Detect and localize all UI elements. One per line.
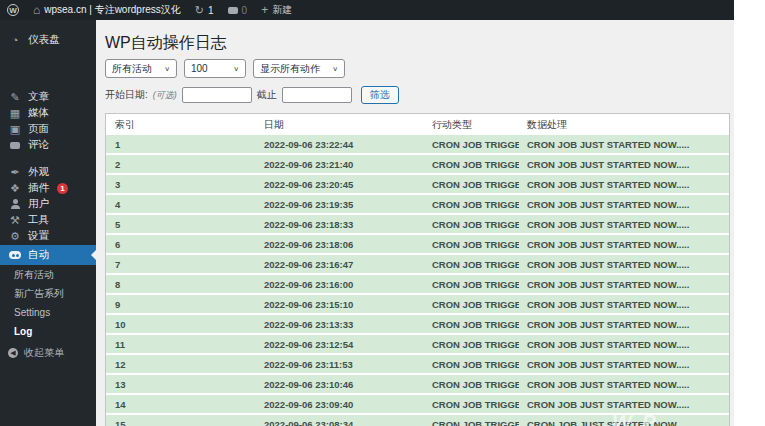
home-icon: ⌂ (33, 5, 40, 15)
data-cell: CRON JOB JUST STARTED NOW..... (519, 239, 729, 250)
optional-label: (可选) (153, 89, 177, 102)
sidebar-item-dashboard[interactable]: ◔仪表盘 (0, 32, 96, 48)
table-row: 32022-09-06 23:20:45CRON JOB TRIGGEREDCR… (106, 175, 729, 193)
sidebar-item-label: 用户 (28, 197, 49, 211)
wordpress-admin-window: W ⌂ wpsea.cn | 专注wordpress汉化 ↻ 1 0 + 新建 … (0, 0, 734, 426)
index-cell: 13 (106, 379, 256, 390)
log-table: 索引日期行动类型数据处理 12022-09-06 23:22:44CRON JO… (105, 113, 730, 426)
data-cell: CRON JOB JUST STARTED NOW..... (519, 379, 729, 390)
date-cell: 2022-09-06 23:20:45 (256, 179, 424, 190)
data-cell: CRON JOB JUST STARTED NOW..... (519, 179, 729, 190)
activity-filter-select[interactable]: 所有活动 ∨ (105, 59, 177, 78)
appearance-icon: ✒ (8, 166, 22, 179)
updates-link[interactable]: ↻ 1 (188, 0, 221, 20)
column-header: 行动类型 (424, 118, 519, 132)
table-row: 22022-09-06 23:21:40CRON JOB TRIGGEREDCR… (106, 155, 729, 173)
index-cell: 9 (106, 299, 256, 310)
action-type-cell: CRON JOB TRIGGERED (424, 399, 519, 410)
submenu-item-settings[interactable]: Settings (0, 303, 96, 322)
submenu-item-new-campaign[interactable]: 新广告系列 (0, 284, 96, 303)
action-type-cell: CRON JOB TRIGGERED (424, 139, 519, 150)
sidebar-item-plugins[interactable]: ❖插件1 (0, 180, 96, 196)
filters-row: 所有活动 ∨ 100 ∨ 显示所有动作 ∨ (105, 59, 730, 78)
action-type-cell: CRON JOB TRIGGERED (424, 259, 519, 270)
date-cell: 2022-09-06 23:16:00 (256, 279, 424, 290)
action-type-cell: CRON JOB TRIGGERED (424, 279, 519, 290)
watermark: WP (612, 410, 666, 426)
action-type-cell: CRON JOB TRIGGERED (424, 239, 519, 250)
sidebar-menu: ◔仪表盘✎文章▦媒体▣页面评论✒外观❖插件1用户⚒工具⚙设置自动 (0, 32, 96, 265)
index-cell: 15 (106, 419, 256, 426)
sidebar-item-appearance[interactable]: ✒外观 (0, 164, 96, 180)
index-cell: 11 (106, 339, 256, 350)
sidebar-item-label: 页面 (28, 122, 49, 136)
automator-icon (8, 251, 22, 259)
index-cell: 3 (106, 179, 256, 190)
data-cell: CRON JOB JUST STARTED NOW..... (519, 139, 729, 150)
date-cell: 2022-09-06 23:21:40 (256, 159, 424, 170)
table-row: 72022-09-06 23:16:47CRON JOB TRIGGEREDCR… (106, 255, 729, 273)
comments-link[interactable]: 0 (221, 0, 255, 20)
sidebar-item-comments[interactable]: 评论 (0, 137, 96, 153)
filter-button[interactable]: 筛选 (361, 86, 399, 104)
start-date-input[interactable] (182, 87, 252, 103)
data-cell: CRON JOB JUST STARTED NOW..... (519, 279, 729, 290)
action-type-cell: CRON JOB TRIGGERED (424, 179, 519, 190)
sidebar-item-media[interactable]: ▦媒体 (0, 105, 96, 121)
column-header: 索引 (106, 118, 256, 132)
sidebar-item-settings[interactable]: ⚙设置 (0, 228, 96, 244)
table-row: 62022-09-06 23:18:06CRON JOB TRIGGEREDCR… (106, 235, 729, 253)
chevron-down-icon: ∨ (164, 65, 170, 72)
date-cell: 2022-09-06 23:15:10 (256, 299, 424, 310)
data-cell: CRON JOB JUST STARTED NOW..... (519, 299, 729, 310)
sidebar-item-users[interactable]: 用户 (0, 196, 96, 212)
main-content: WP自动操作日志 所有活动 ∨ 100 ∨ 显示所有动作 ∨ 开始日期: (可选… (96, 20, 734, 426)
new-content-link[interactable]: + 新建 (254, 0, 299, 20)
data-cell: CRON JOB JUST STARTED NOW..... (519, 359, 729, 370)
tools-icon: ⚒ (8, 214, 22, 227)
wp-logo-menu[interactable]: W (0, 0, 26, 20)
chevron-down-icon: ∨ (233, 65, 239, 72)
screenshot-root: W ⌂ wpsea.cn | 专注wordpress汉化 ↻ 1 0 + 新建 … (0, 0, 765, 426)
index-cell: 6 (106, 239, 256, 250)
count-filter-select[interactable]: 100 ∨ (184, 59, 246, 78)
end-date-input[interactable] (282, 87, 352, 103)
submenu-item-log[interactable]: Log (0, 322, 96, 341)
sidebar-item-collapse-menu[interactable]: ◀ 收起菜单 (0, 345, 96, 361)
date-cell: 2022-09-06 23:11:53 (256, 359, 424, 370)
index-cell: 5 (106, 219, 256, 230)
submenu-item-all-activities[interactable]: 所有活动 (0, 265, 96, 284)
table-header-row: 索引日期行动类型数据处理 (106, 114, 729, 135)
sidebar-item-auto[interactable]: 自动 (0, 245, 96, 265)
chevron-down-icon: ∨ (332, 65, 338, 72)
index-cell: 10 (106, 319, 256, 330)
sidebar-item-tools[interactable]: ⚒工具 (0, 212, 96, 228)
site-link[interactable]: ⌂ wpsea.cn | 专注wordpress汉化 (26, 0, 188, 20)
action-filter-value: 显示所有动作 (260, 62, 320, 76)
media-icon: ▦ (8, 107, 22, 120)
dashboard-icon: ◔ (8, 34, 22, 46)
admin-sidebar: ◔仪表盘✎文章▦媒体▣页面评论✒外观❖插件1用户⚒工具⚙设置自动 所有活动新广告… (0, 20, 96, 426)
data-cell: CRON JOB JUST STARTED NOW..... (519, 339, 729, 350)
table-row: 132022-09-06 23:10:46CRON JOB TRIGGEREDC… (106, 375, 729, 393)
pages-icon: ▣ (8, 123, 22, 136)
table-body: 12022-09-06 23:22:44CRON JOB TRIGGEREDCR… (106, 135, 729, 426)
settings-icon: ⚙ (8, 230, 22, 243)
activity-filter-value: 所有活动 (112, 62, 152, 76)
table-row: 42022-09-06 23:19:35CRON JOB TRIGGEREDCR… (106, 195, 729, 213)
action-filter-select[interactable]: 显示所有动作 ∨ (253, 59, 345, 78)
sidebar-item-posts[interactable]: ✎文章 (0, 89, 96, 105)
collapse-label: 收起菜单 (24, 346, 64, 360)
index-cell: 2 (106, 159, 256, 170)
action-type-cell: CRON JOB TRIGGERED (424, 219, 519, 230)
sidebar-item-pages[interactable]: ▣页面 (0, 121, 96, 137)
update-count-badge: 1 (57, 183, 68, 194)
table-row: 122022-09-06 23:11:53CRON JOB TRIGGEREDC… (106, 355, 729, 373)
sidebar-submenu: 所有活动新广告系列SettingsLog (0, 265, 96, 341)
plus-icon: + (261, 3, 268, 17)
action-type-cell: CRON JOB TRIGGERED (424, 339, 519, 350)
data-cell: CRON JOB JUST STARTED NOW..... (519, 319, 729, 330)
sidebar-item-label: 媒体 (28, 106, 49, 120)
plugins-icon: ❖ (8, 182, 22, 195)
table-row: 12022-09-06 23:22:44CRON JOB TRIGGEREDCR… (106, 135, 729, 153)
